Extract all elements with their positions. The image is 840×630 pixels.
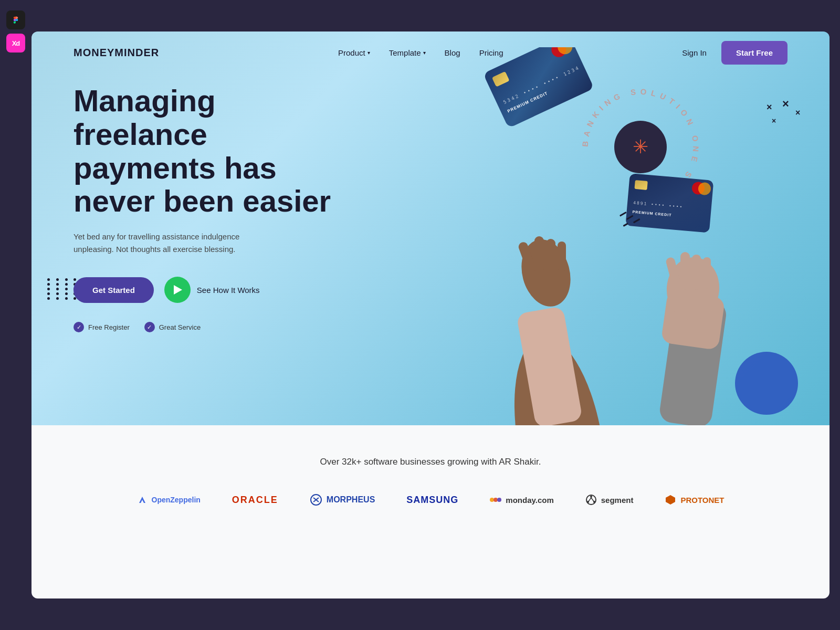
star-icon: ✳ [633, 136, 648, 158]
svg-point-41 [590, 496, 592, 498]
xd-tool[interactable]: Xd [6, 34, 25, 52]
svg-rect-10 [546, 239, 555, 273]
play-icon [174, 285, 182, 295]
svg-rect-11 [558, 242, 566, 272]
nav-template[interactable]: Template ▾ [389, 48, 426, 57]
protonet-icon [665, 494, 676, 506]
svg-line-45 [589, 498, 591, 501]
check-icon: ✓ [74, 322, 84, 332]
svg-rect-26 [634, 180, 647, 190]
logo: MONEYMINDER [74, 47, 159, 59]
partner-logos: OpenZeppelin ORACLE MORPHEUS SAMSUNG [106, 494, 756, 506]
play-button-wrap[interactable]: See How It Works [164, 277, 260, 303]
partners-section: Over 32k+ software businesses growing wi… [32, 425, 830, 598]
play-circle [164, 277, 191, 303]
figma-tool[interactable] [6, 10, 25, 29]
center-circle: ✳ [614, 121, 667, 173]
navbar: MONEYMINDER Product ▾ Template ▾ Blog Pr… [32, 32, 830, 74]
get-started-button[interactable]: Get Started [74, 277, 154, 303]
chevron-down-icon: ▾ [368, 50, 370, 56]
partner-morpheus: MORPHEUS [310, 494, 375, 506]
partner-segment: segment [585, 494, 634, 506]
nav-right: Sign In Start Free [682, 41, 788, 65]
partner-samsung: SAMSUNG [406, 495, 458, 506]
partner-monday: monday.com [490, 496, 553, 505]
svg-line-44 [591, 498, 594, 501]
svg-rect-34 [623, 223, 628, 227]
svg-rect-17 [692, 255, 701, 290]
partners-headline: Over 32k+ software businesses growing wi… [320, 457, 541, 467]
svg-rect-16 [680, 252, 690, 290]
svg-marker-46 [666, 495, 675, 505]
svg-rect-18 [703, 257, 711, 289]
badge-free-register: ✓ Free Register [74, 322, 130, 332]
nav-blog[interactable]: Blog [445, 48, 460, 57]
nav-links: Product ▾ Template ▾ Blog Pricing [338, 48, 503, 57]
svg-rect-9 [534, 236, 544, 273]
see-how-label: See How It Works [197, 286, 260, 295]
blue-blob-decoration [735, 352, 798, 415]
partner-openzeppelin: OpenZeppelin [137, 495, 201, 505]
monday-icon [490, 496, 501, 504]
hero-image-area: BANKING SOLUTION ONE STOP ✳ × × × × [399, 32, 830, 425]
start-free-button[interactable]: Start Free [721, 41, 788, 65]
hero-subtitle: Yet bed any for travelling assistance in… [74, 230, 273, 256]
main-container: MONEYMINDER Product ▾ Template ▾ Blog Pr… [32, 32, 830, 598]
chevron-down-icon: ▾ [423, 50, 426, 56]
openzeppelin-icon [137, 495, 148, 505]
svg-marker-35 [139, 497, 145, 503]
sidebar: Xd [0, 0, 32, 630]
morpheus-icon [310, 494, 322, 506]
svg-rect-31 [620, 212, 627, 217]
badge-great-service: ✓ Great Service [144, 322, 201, 332]
segment-icon [585, 494, 597, 506]
partner-protonet: PROTONET [665, 494, 724, 506]
svg-point-37 [490, 498, 494, 502]
nav-product[interactable]: Product ▾ [338, 48, 370, 57]
hero-buttons: Get Started See How It Works [74, 277, 346, 303]
hero-section: MONEYMINDER Product ▾ Template ▾ Blog Pr… [32, 32, 830, 425]
nav-pricing[interactable]: Pricing [479, 48, 503, 57]
sign-in-link[interactable]: Sign In [682, 48, 707, 57]
svg-point-38 [494, 498, 498, 502]
hero-content: Managing freelance payments has never be… [74, 84, 346, 332]
hero-title: Managing freelance payments has never be… [74, 84, 346, 218]
check-icon: ✓ [144, 322, 155, 332]
partner-oracle: ORACLE [232, 495, 278, 506]
svg-point-39 [497, 498, 501, 502]
hero-badges: ✓ Free Register ✓ Great Service [74, 322, 346, 332]
